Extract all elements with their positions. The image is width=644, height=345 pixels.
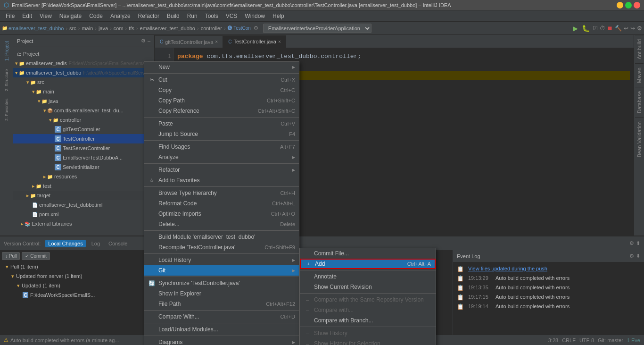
undo-button[interactable]: ↩ bbox=[624, 25, 628, 32]
menu-analyze[interactable]: Analyze bbox=[107, 12, 134, 20]
minimize-btn[interactable] bbox=[617, 2, 623, 8]
menu-vcs[interactable]: VCS bbox=[222, 12, 241, 20]
vc-gear-icon[interactable]: ⚙ bbox=[629, 240, 634, 246]
menu-optimize-imports[interactable]: Optimize Imports Ctrl+Alt+O bbox=[144, 209, 299, 219]
vc-tab-local-changes[interactable]: Local Changes bbox=[45, 240, 85, 247]
menu-copy[interactable]: Copy Ctrl+C bbox=[144, 85, 299, 95]
menu-find-usages[interactable]: Find Usages Alt+F7 bbox=[144, 142, 299, 152]
menu-edit[interactable]: Edit bbox=[18, 12, 36, 20]
tree-main[interactable]: ▾ 📁 main bbox=[13, 87, 154, 96]
tab-close-git[interactable]: × bbox=[215, 39, 218, 44]
tree-git-controller[interactable]: C gitTestController bbox=[13, 125, 154, 134]
profile-button[interactable]: ⏱ bbox=[600, 25, 605, 32]
database-tab[interactable]: Database bbox=[635, 87, 644, 117]
tree-iml[interactable]: 📄 emallserver_test_dubbo.iml bbox=[13, 200, 154, 210]
pull-btn[interactable]: ↓ Pull bbox=[2, 252, 20, 260]
vc-tab-console[interactable]: Console bbox=[106, 240, 130, 247]
menu-browse-hierarchy[interactable]: Browse Type Hierarchy Ctrl+H bbox=[144, 188, 299, 198]
menu-show-explorer[interactable]: Show in Explorer bbox=[144, 288, 299, 299]
menu-new[interactable]: New ▸ bbox=[144, 62, 299, 72]
tree-pom[interactable]: 📄 pom.xml bbox=[13, 210, 154, 219]
maven-tab[interactable]: Maven bbox=[635, 63, 644, 87]
menu-refactor[interactable]: Refactor bbox=[134, 12, 163, 20]
submenu-add[interactable]: + Add Ctrl+Alt+A bbox=[300, 259, 436, 269]
maximize-btn[interactable] bbox=[625, 2, 632, 8]
submenu-show-current[interactable]: Show Current Revision bbox=[300, 282, 436, 292]
tree-target[interactable]: ▸ 📁 target bbox=[13, 191, 154, 200]
tree-emallserver-app[interactable]: C EmallserverTestDubboA... bbox=[13, 153, 154, 162]
tree-test-server-controller[interactable]: C TestServerController bbox=[13, 143, 154, 153]
bc-tfs[interactable]: tfs bbox=[129, 25, 134, 31]
menu-reformat[interactable]: Reformat Code Ctrl+Alt+L bbox=[144, 198, 299, 209]
panel-collapse-icon[interactable]: – bbox=[148, 38, 150, 44]
menu-jump-source[interactable]: Jump to Source F4 bbox=[144, 129, 299, 139]
status-line-sep[interactable]: CRLF bbox=[562, 337, 576, 343]
build-button[interactable]: 🔨 bbox=[615, 25, 622, 32]
status-warning-msg[interactable]: Auto build completed with errors (a minu… bbox=[10, 337, 119, 343]
menu-cut[interactable]: ✂ Cut Ctrl+X bbox=[144, 75, 299, 85]
redo-button[interactable]: ↪ bbox=[630, 25, 635, 32]
menu-diagrams[interactable]: Diagrams ▸ bbox=[144, 337, 299, 345]
tree-ext-libs[interactable]: ▸ 📚 External Libraries bbox=[13, 219, 154, 228]
bean-validation-tab[interactable]: Bean Validation bbox=[635, 117, 644, 161]
bc-emallserver[interactable]: emallserver_test_dubbo bbox=[8, 25, 64, 31]
structure-sidebar-icon[interactable]: 2: Structure bbox=[1, 66, 12, 94]
vc-expand-icon[interactable]: ⬆ bbox=[636, 240, 640, 246]
submenu-compare-branch[interactable]: Compare with Branch... bbox=[300, 315, 436, 326]
bc-emallserver2[interactable]: emallserver_test_dubbo bbox=[140, 25, 195, 31]
menu-local-history[interactable]: Local History ▸ bbox=[144, 255, 299, 265]
status-position[interactable]: 3:28 bbox=[548, 337, 558, 343]
status-encoding[interactable]: UTF-8 bbox=[579, 337, 594, 343]
log-close-icon[interactable]: ⬇ bbox=[636, 253, 640, 259]
menu-delete[interactable]: Delete... Delete bbox=[144, 219, 299, 229]
menu-copy-path[interactable]: Copy Path Ctrl+Shift+C bbox=[144, 95, 299, 106]
submenu-annotate[interactable]: Annotate bbox=[300, 271, 436, 282]
menu-build-module[interactable]: Build Module 'emallserver_test_dubbo' bbox=[144, 232, 299, 242]
vc-tab-log[interactable]: Log bbox=[89, 240, 103, 247]
tree-test[interactable]: ▸ 📁 test bbox=[13, 181, 154, 191]
stop-button[interactable]: ⏹ bbox=[607, 25, 613, 32]
menu-load-modules[interactable]: Load/Unload Modules... bbox=[144, 324, 299, 335]
log-gear-icon[interactable]: ⚙ bbox=[629, 253, 634, 259]
menu-navigate[interactable]: Navigate bbox=[56, 12, 85, 20]
debug-button[interactable]: 🐛 bbox=[581, 25, 591, 32]
run-button[interactable]: ▶ bbox=[572, 25, 579, 32]
menu-git[interactable]: Git ▸ bbox=[144, 265, 299, 276]
close-btn[interactable] bbox=[634, 2, 640, 8]
bc-main[interactable]: main bbox=[82, 25, 93, 31]
bc-com[interactable]: com bbox=[114, 25, 124, 31]
menu-recompile[interactable]: Recompile 'TestController.java' Ctrl+Shi… bbox=[144, 242, 299, 252]
ant-build-tab[interactable]: Ant build bbox=[635, 35, 644, 63]
menu-tools[interactable]: Tools bbox=[201, 12, 222, 20]
settings-button[interactable]: ⚙ bbox=[637, 25, 642, 32]
bc-java[interactable]: java bbox=[99, 25, 108, 31]
bc-src[interactable]: src bbox=[69, 25, 76, 31]
menu-view[interactable]: View bbox=[36, 12, 56, 20]
bc-controller[interactable]: controller bbox=[201, 25, 222, 31]
tree-src[interactable]: ▾ 📁 src bbox=[13, 77, 154, 87]
tree-resources[interactable]: ▸ 📁 resources bbox=[13, 172, 154, 181]
tree-java[interactable]: ▾ 📁 java bbox=[13, 96, 154, 106]
tree-servlet-initializer[interactable]: C ServletInitializer bbox=[13, 162, 154, 172]
favorites-sidebar-icon[interactable]: 2: Favorites bbox=[1, 95, 12, 124]
tab-close-test[interactable]: × bbox=[278, 39, 281, 44]
menu-compare-with[interactable]: Compare With... Ctrl+D bbox=[144, 311, 299, 322]
menu-refactor[interactable]: Refactor ▸ bbox=[144, 165, 299, 175]
tree-test-controller[interactable]: C TestController bbox=[13, 134, 154, 143]
menu-synchronize[interactable]: 🔄 Synchronize 'TestController.java' bbox=[144, 278, 299, 288]
status-vcs[interactable]: Git: master bbox=[598, 337, 623, 343]
tree-emallserver-redis[interactable]: ▾ 📁 emallserver_redis F:\ideaWorkSpace\E… bbox=[13, 59, 154, 68]
log-link[interactable]: View files updated during the push bbox=[468, 266, 547, 271]
tree-controller[interactable]: ▾ 📁 controller bbox=[13, 115, 154, 125]
bc-testcon[interactable]: 🅒 TestCon bbox=[228, 25, 251, 31]
menu-copy-reference[interactable]: Copy Reference Ctrl+Alt+Shift+C bbox=[144, 106, 299, 116]
menu-window[interactable]: Window bbox=[241, 12, 269, 20]
tree-emallserver-test-dubbo[interactable]: ▾ 📁 emallserver_test_dubbo F:\ideaWorkSp… bbox=[13, 68, 154, 77]
status-event-log[interactable]: 1 Eve bbox=[627, 337, 640, 343]
project-sidebar-icon[interactable]: 1: Project bbox=[1, 37, 12, 65]
tab-test-controller[interactable]: C TestController.java × bbox=[223, 35, 286, 48]
menu-file-path[interactable]: File Path Ctrl+Alt+F12 bbox=[144, 299, 299, 309]
panel-gear-icon[interactable]: ⚙ bbox=[141, 38, 146, 44]
menu-analyze[interactable]: Analyze ▸ bbox=[144, 152, 299, 162]
menu-add-favorites[interactable]: ☆ Add to Favorites bbox=[144, 175, 299, 185]
